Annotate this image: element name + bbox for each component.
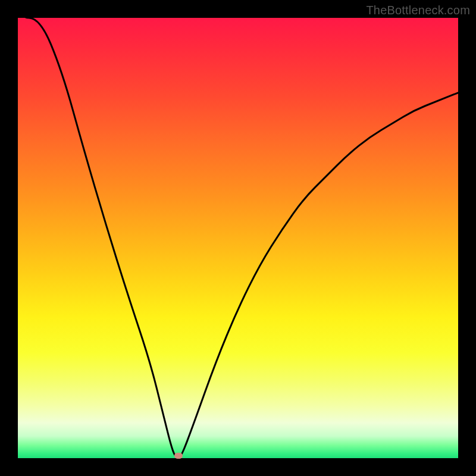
- attribution-label: TheBottleneck.com: [366, 4, 470, 17]
- bottleneck-curve: [18, 18, 458, 458]
- chart-frame: TheBottleneck.com: [0, 0, 476, 476]
- plot-area: [18, 18, 458, 458]
- optimal-point-marker: [174, 453, 183, 459]
